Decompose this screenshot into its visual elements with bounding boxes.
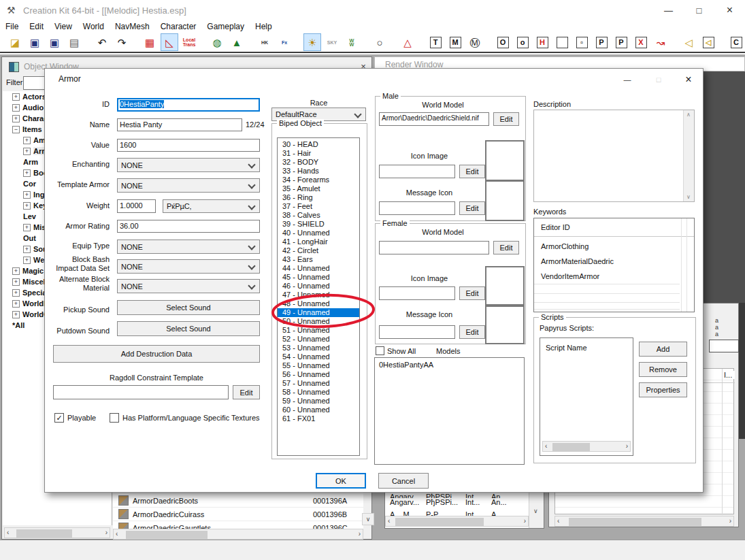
scroll-right-icon[interactable]: › [103,529,110,536]
script-properties-button[interactable]: Properties [639,382,687,397]
light-icon[interactable]: ☀ [304,34,320,50]
havok-icon[interactable]: HK [256,34,273,50]
male-icon-image-edit-button[interactable]: Edit [459,165,485,178]
biped-item[interactable]: 42 - Circlet [278,246,359,255]
open-file-icon[interactable]: ◪ [7,34,23,50]
biped-item[interactable]: 33 - Hands [278,167,359,176]
scroll-left-icon[interactable]: ‹ [5,529,11,536]
id-field[interactable]: 0HestiaPanty [117,98,260,112]
female-icon-image-field[interactable] [379,286,455,300]
keyword-item[interactable]: ArmorClothing [534,239,680,254]
scroll-down-icon[interactable]: ∨ [533,508,538,514]
room-x-icon[interactable]: X [633,34,649,50]
landscape-icon[interactable]: ▲ [229,34,245,50]
link-icon[interactable]: ↝ [652,34,669,50]
biped-item[interactable]: 34 - Forearms [278,176,359,184]
female-message-icon-field[interactable] [379,325,455,339]
biped-item[interactable]: 49 - Unnamed [278,308,359,317]
biped-item[interactable]: 44 - Unnamed [278,264,359,273]
dialog-minimize-button[interactable]: — [615,72,640,87]
biped-item[interactable]: 47 - Unnamed [278,291,359,299]
script-remove-button[interactable]: Remove [639,362,687,377]
biped-item[interactable]: 50 - Unnamed [278,317,359,326]
scroll-left-icon[interactable]: ‹ [114,531,120,538]
biped-item[interactable]: 43 - Ears [278,255,359,264]
menu-navmesh[interactable]: NavMesh [110,22,155,31]
sound-cone-icon[interactable]: ◁ [680,34,697,50]
biped-item[interactable]: 38 - Calves [278,211,359,220]
biped-item[interactable]: 60 - Unnamed [278,406,359,414]
biped-item[interactable]: 46 - Unnamed [278,282,359,291]
menu-file[interactable]: File [0,22,24,31]
menu-view[interactable]: View [49,22,78,31]
keyword-item[interactable]: VendorItemArmor [534,269,680,284]
list-hscrollbar[interactable]: ‹ › [113,529,363,540]
undo-icon[interactable]: ↶ [94,34,110,50]
template-armor-select[interactable]: NONE [117,178,260,193]
value-field[interactable]: 1600 [117,139,260,152]
biped-item[interactable]: 56 - Unnamed [278,370,359,379]
biped-item[interactable]: 48 - Unnamed [278,299,359,308]
cube-plain-icon[interactable] [554,34,570,50]
biped-item[interactable]: 51 - Unnamed [278,326,359,335]
world-icon[interactable]: ◍ [209,34,225,50]
mid-hscrollbar[interactable]: ‹ › [385,516,529,527]
scroll-right-icon[interactable]: › [522,518,528,525]
biped-item[interactable]: 37 - Feet [278,202,359,211]
cube-sound-icon[interactable]: ◁ [700,34,716,50]
circle-m-icon[interactable]: Ⓜ [467,34,483,50]
add-destruction-data-button[interactable]: Add Destruction Data [53,345,260,363]
square-c-icon[interactable]: C [728,34,744,50]
menu-gameplay[interactable]: Gameplay [201,22,250,31]
block-bash-select[interactable]: NONE [117,259,260,274]
show-all-checkbox[interactable] [376,346,384,355]
description-textarea[interactable]: ∧ ∨ [533,110,695,202]
biped-item[interactable]: 53 - Unnamed [278,344,359,352]
scrollbar-thumb[interactable] [126,531,208,539]
playable-checkbox[interactable]: ✓ [54,413,64,423]
biped-item[interactable]: 31 - Hair [278,149,359,158]
weight-field[interactable]: 1.0000 [117,199,156,213]
grass-icon[interactable]: ʬ [344,34,360,50]
cube-o-icon[interactable]: o [514,34,531,50]
tree-hscrollbar[interactable]: ‹ › [4,527,110,538]
bg-search-field[interactable] [709,340,739,352]
menu-world[interactable]: World [78,22,110,31]
maximize-button[interactable]: □ [684,0,714,20]
heightmap-icon[interactable]: △ [399,34,416,50]
object-list-row[interactable]: ArmorDaedricBoots0001396A [113,494,363,508]
menu-edit[interactable]: Edit [24,22,49,31]
scrollbar-thumb[interactable] [552,443,590,451]
male-world-model-field[interactable]: Armor\Daedric\DaedricShield.nif [379,112,489,126]
biped-item[interactable]: 55 - Unnamed [278,361,359,370]
name-field[interactable]: Hestia Panty [117,118,242,131]
female-icon-image-edit-button[interactable]: Edit [459,286,485,300]
local-transform-icon[interactable]: Local Trans [181,34,197,50]
snap-to-angle-icon[interactable]: ◺ [161,34,178,50]
pickup-select-sound-button[interactable]: Select Sound [117,300,260,315]
fx-icon[interactable]: Fx [276,34,293,50]
scroll-up-icon[interactable]: ∧ [686,112,691,118]
scroll-left-icon[interactable]: ‹ [555,518,561,525]
female-message-icon-edit-button[interactable]: Edit [459,325,485,339]
cube-m-icon[interactable]: M [447,34,463,50]
scroll-down-icon[interactable]: ∨ [686,194,691,200]
biped-item[interactable]: 40 - Unnamed [278,229,359,237]
ragdoll-edit-button[interactable]: Edit [233,385,260,399]
putdown-select-sound-button[interactable]: Select Sound [117,321,260,336]
script-list-hscrollbar[interactable]: ‹ › [542,441,631,452]
preferences-icon[interactable]: ▤ [66,34,82,50]
female-world-model-edit-button[interactable]: Edit [493,241,519,254]
biped-item[interactable]: 52 - Unnamed [278,335,359,344]
biped-item[interactable]: 61 - FX01 [278,414,359,423]
biped-item[interactable]: 45 - Unnamed [278,273,359,282]
alt-block-select[interactable]: NONE [117,279,260,293]
male-world-model-edit-button[interactable]: Edit [493,112,519,126]
biped-item[interactable]: 41 - LongHair [278,237,359,246]
biped-item[interactable]: 54 - Unnamed [278,352,359,361]
scroll-left-icon[interactable]: ‹ [543,443,549,450]
close-button[interactable]: × [714,0,745,20]
ok-button[interactable]: OK [316,473,366,489]
biped-item[interactable]: 39 - SHIELD [278,220,359,229]
dialog-close-button[interactable]: × [676,72,701,87]
